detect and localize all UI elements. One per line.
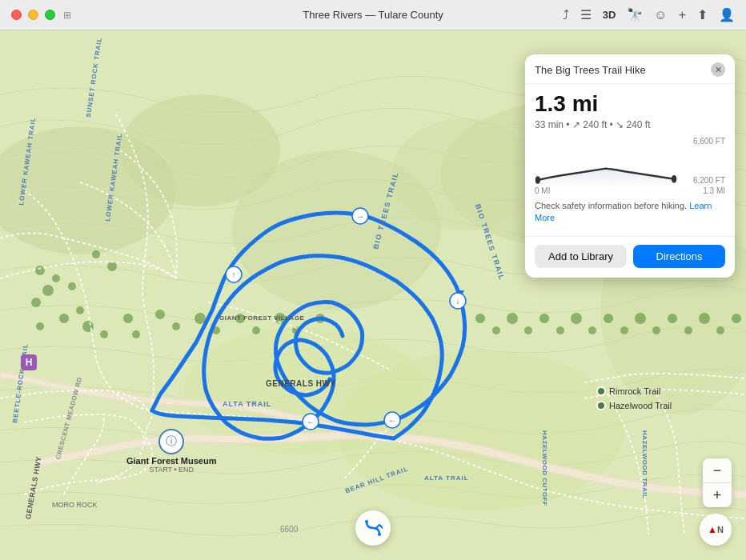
svg-point-16 bbox=[76, 306, 84, 314]
close-button[interactable] bbox=[11, 10, 22, 20]
3d-button[interactable]: 3D bbox=[603, 9, 616, 21]
close-card-button[interactable]: ✕ bbox=[711, 62, 725, 77]
svg-point-10 bbox=[52, 274, 60, 282]
distance-start: 0 MI bbox=[535, 186, 550, 195]
distance-labels: 0 MI 1.3 MI bbox=[535, 186, 725, 195]
svg-point-34 bbox=[507, 313, 518, 324]
safety-text: Check safety information before hiking. bbox=[535, 201, 687, 210]
svg-point-40 bbox=[604, 314, 613, 323]
svg-point-62 bbox=[378, 533, 381, 536]
rimrock-trail-poi: Rimrock Trail bbox=[596, 386, 660, 396]
svg-point-33 bbox=[492, 326, 500, 334]
stats-text: 33 min • ↗ 240 ft • ↘ 240 ft bbox=[535, 119, 650, 130]
card-title: The Big Trees Trail Hike bbox=[535, 64, 646, 76]
zoom-controls: − + bbox=[703, 458, 732, 507]
map-icon[interactable]: ☰ bbox=[580, 7, 592, 22]
title-bar: ⊞ Three Rivers — Tulare County ⤴ ☰ 3D 🔭 … bbox=[0, 0, 746, 30]
svg-point-61 bbox=[365, 520, 368, 523]
elevation-low: 6,200 FT bbox=[693, 176, 725, 185]
svg-point-27 bbox=[235, 314, 245, 323]
share-icon[interactable]: ⬆ bbox=[697, 7, 708, 22]
svg-point-59 bbox=[535, 176, 540, 184]
hospital-icon: H bbox=[21, 354, 37, 370]
window-icon: ⊞ bbox=[63, 10, 71, 21]
svg-point-23 bbox=[155, 310, 165, 319]
svg-point-36 bbox=[539, 314, 549, 323]
elevation-high: 6,600 FT bbox=[693, 137, 725, 146]
zoom-out-button[interactable]: − bbox=[703, 458, 732, 482]
rimrock-label: Rimrock Trail bbox=[609, 386, 660, 396]
zoom-in-button[interactable]: + bbox=[703, 483, 732, 507]
svg-point-9 bbox=[35, 266, 45, 275]
svg-point-20 bbox=[100, 330, 108, 338]
svg-point-35 bbox=[524, 326, 532, 334]
add-icon[interactable]: + bbox=[679, 8, 686, 22]
elevation-chart: 6,600 FT 6,200 FT bbox=[535, 137, 725, 185]
face-icon[interactable]: ☺ bbox=[654, 8, 667, 22]
compass-n-label: N bbox=[717, 525, 724, 534]
svg-point-28 bbox=[252, 326, 260, 334]
maximize-button[interactable] bbox=[45, 10, 55, 20]
info-card: The Big Trees Trail Hike ✕ 1.3 mi 33 min… bbox=[525, 54, 735, 278]
svg-point-32 bbox=[475, 314, 485, 323]
distance-end: 1.3 MI bbox=[703, 186, 725, 195]
map-controls: − + ▲ N bbox=[700, 458, 732, 546]
elevation-labels: 6,600 FT 6,200 FT bbox=[693, 137, 725, 185]
route-icon bbox=[363, 518, 383, 538]
svg-point-46 bbox=[699, 313, 710, 324]
hazelwood-trail-poi: Hazelwood Trail bbox=[596, 401, 672, 410]
svg-point-11 bbox=[42, 285, 54, 296]
safety-info: Check safety information before hiking. … bbox=[535, 200, 725, 225]
svg-point-47 bbox=[716, 326, 724, 334]
window-title: Three Rivers — Tulare County bbox=[303, 9, 443, 21]
toolbar-right: ⤴ ☰ 3D 🔭 ☺ + ⬆ 👤 bbox=[563, 7, 735, 22]
svg-point-31 bbox=[315, 314, 325, 323]
directions-button[interactable]: Directions bbox=[633, 245, 725, 268]
svg-point-22 bbox=[132, 330, 140, 338]
add-to-library-button[interactable]: Add to Library bbox=[535, 245, 627, 268]
elevation-svg bbox=[535, 137, 677, 185]
svg-point-39 bbox=[588, 326, 596, 334]
card-header: The Big Trees Trail Hike ✕ bbox=[525, 54, 735, 84]
card-body: 1.3 mi 33 min • ↗ 240 ft • ↘ 240 ft 6,60… bbox=[525, 84, 735, 233]
svg-point-14 bbox=[92, 250, 100, 258]
route-button[interactable] bbox=[355, 510, 391, 546]
svg-point-15 bbox=[107, 262, 117, 271]
directions-toolbar-icon[interactable]: ⤴ bbox=[563, 8, 569, 22]
svg-point-48 bbox=[732, 314, 741, 323]
account-icon[interactable]: 👤 bbox=[719, 7, 735, 22]
svg-point-42 bbox=[635, 313, 646, 324]
stats-row: 33 min • ↗ 240 ft • ↘ 240 ft bbox=[535, 119, 725, 130]
distance-value: 1.3 mi bbox=[535, 92, 725, 117]
traffic-lights bbox=[11, 10, 55, 20]
compass-button[interactable]: ▲ N bbox=[700, 514, 732, 546]
svg-point-37 bbox=[556, 326, 564, 334]
svg-point-26 bbox=[212, 326, 220, 334]
svg-point-60 bbox=[672, 175, 676, 183]
hazelwood-dot bbox=[596, 401, 606, 410]
svg-point-38 bbox=[571, 313, 582, 324]
svg-point-24 bbox=[172, 322, 180, 330]
svg-point-44 bbox=[668, 314, 677, 323]
rimrock-dot bbox=[596, 386, 606, 396]
minimize-button[interactable] bbox=[28, 10, 38, 20]
svg-point-18 bbox=[36, 322, 44, 330]
svg-point-12 bbox=[68, 282, 76, 290]
svg-point-6 bbox=[392, 118, 536, 230]
svg-point-13 bbox=[31, 298, 41, 307]
svg-point-43 bbox=[652, 326, 660, 334]
map-container[interactable]: ↑ → ↓ ← ← BIO TREES TRAIL BIO TREES TRAI… bbox=[0, 30, 746, 560]
svg-point-17 bbox=[59, 314, 69, 323]
card-actions: Add to Library Directions bbox=[525, 236, 735, 278]
svg-point-45 bbox=[684, 326, 692, 334]
compass-label: ▲ bbox=[708, 524, 717, 535]
svg-point-41 bbox=[620, 326, 628, 334]
binoculars-icon[interactable]: 🔭 bbox=[627, 7, 643, 22]
svg-point-21 bbox=[123, 314, 133, 323]
hazelwood-label: Hazelwood Trail bbox=[609, 401, 672, 410]
svg-point-25 bbox=[195, 313, 206, 324]
